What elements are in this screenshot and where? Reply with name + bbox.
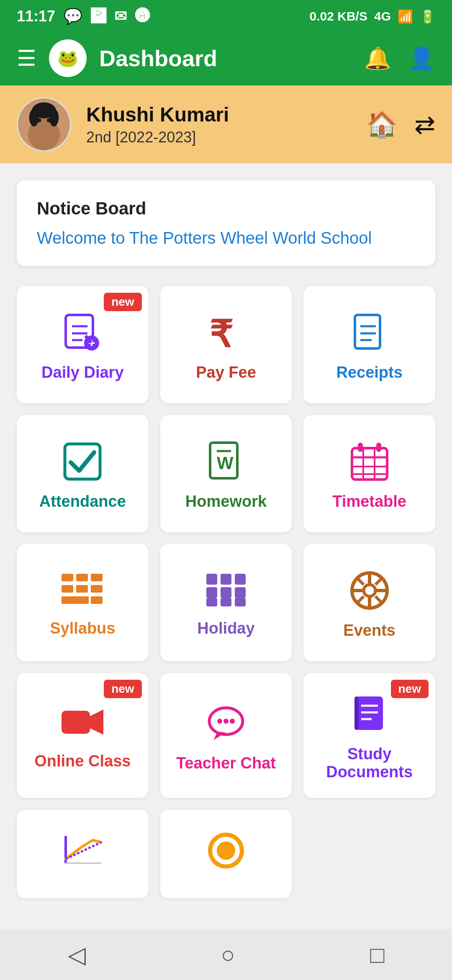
svg-rect-49 (221, 598, 231, 606)
profile-icon[interactable]: 👤 (408, 46, 435, 71)
user-name: Khushi Kumari (86, 103, 351, 126)
user-banner: Khushi Kumari 2nd [2022-2023] 🏠 ⇄ (0, 85, 452, 163)
svg-rect-61 (62, 711, 90, 734)
events-label: Events (343, 622, 396, 640)
notice-board-text[interactable]: Welcome to The Potters Wheel World Schoo… (37, 229, 415, 248)
grid-item-syllabus[interactable]: Syllabus (17, 544, 149, 661)
parking-icon: 🅿 (91, 8, 106, 25)
back-button[interactable]: ◁ (68, 941, 86, 968)
grid-item-pay-fee[interactable]: ₹ Pay Fee (160, 286, 292, 403)
events-icon (349, 570, 390, 611)
menu-button[interactable]: ☰ (17, 47, 36, 69)
app-icon: 🅐 (135, 8, 150, 25)
signal-icon: 📶 (398, 9, 413, 24)
svg-rect-39 (91, 585, 103, 593)
svg-rect-45 (206, 587, 217, 598)
svg-text:₹: ₹ (209, 314, 233, 353)
notification-icon[interactable]: 🔔 (364, 46, 391, 71)
svg-point-67 (230, 719, 235, 724)
svg-line-58 (375, 596, 382, 603)
notice-board-title: Notice Board (37, 199, 415, 219)
grid-item-holiday[interactable]: Holiday (160, 544, 292, 661)
timetable-label: Timetable (332, 493, 406, 511)
svg-point-8 (47, 119, 51, 123)
app-logo: 🐸 (49, 39, 87, 77)
speed-display: 0.02 KB/S (310, 9, 367, 23)
user-class: 2nd [2022-2023] (86, 129, 351, 146)
holiday-label: Holiday (197, 619, 254, 637)
page-title: Dashboard (99, 45, 352, 71)
svg-rect-42 (206, 574, 217, 585)
new-badge-study: new (391, 680, 429, 698)
svg-point-52 (364, 585, 375, 596)
svg-text:W: W (217, 453, 234, 473)
svg-rect-36 (91, 574, 103, 581)
svg-rect-40 (62, 596, 89, 604)
svg-rect-38 (76, 585, 88, 593)
grid-item-receipts[interactable]: Receipts (303, 286, 435, 403)
rupee-icon: ₹ (205, 312, 247, 353)
grid-item-homework[interactable]: W Homework (160, 415, 292, 532)
menu-grid: new Daily Diary ₹ Pay Fee (0, 274, 452, 810)
svg-point-65 (217, 719, 222, 724)
svg-rect-33 (376, 443, 381, 452)
avatar (17, 97, 71, 152)
switch-icon[interactable]: ⇄ (414, 110, 435, 139)
timetable-icon (349, 441, 390, 482)
video-icon (59, 704, 105, 742)
chart-icon (59, 834, 105, 867)
whatsapp-icon: 💬 (64, 8, 82, 25)
svg-rect-43 (221, 574, 231, 585)
svg-rect-47 (235, 587, 246, 598)
new-badge-online: new (104, 680, 141, 698)
svg-rect-18 (355, 315, 380, 348)
grid-item-events[interactable]: Events (303, 544, 435, 661)
receipt-icon (349, 312, 390, 353)
svg-rect-32 (358, 443, 363, 452)
svg-marker-62 (90, 709, 103, 735)
svg-point-66 (223, 719, 229, 724)
svg-rect-69 (354, 696, 359, 730)
grid-item-online-class[interactable]: new Online Class (17, 673, 149, 798)
status-right: 0.02 KB/S 4G 📶 🔋 (310, 9, 435, 24)
grid-item-study-documents[interactable]: new Study Documents (303, 673, 435, 798)
grid-item-daily-diary[interactable]: new Daily Diary (17, 286, 149, 403)
diary-label: Daily Diary (41, 364, 123, 382)
svg-rect-41 (91, 596, 103, 604)
svg-rect-50 (235, 598, 246, 606)
svg-rect-35 (76, 574, 88, 581)
gmail-icon: ✉ (114, 8, 127, 25)
book-icon (349, 693, 390, 735)
user-info: Khushi Kumari 2nd [2022-2023] (86, 103, 351, 146)
status-left: 11:17 💬 🅿 ✉ 🅐 (17, 8, 150, 25)
svg-rect-46 (221, 587, 231, 598)
recent-button[interactable]: □ (370, 941, 385, 968)
grid-item-circular[interactable] (160, 810, 292, 898)
homework-label: Homework (185, 493, 267, 511)
circle-icon (205, 830, 247, 872)
grid-item-empty (303, 810, 435, 898)
bottom-partial-grid (0, 810, 452, 910)
svg-point-7 (37, 119, 41, 123)
svg-rect-34 (62, 574, 73, 581)
grid-item-timetable[interactable]: Timetable (303, 415, 435, 532)
banner-icons: 🏠 ⇄ (366, 110, 435, 139)
pay-fee-label: Pay Fee (196, 364, 256, 382)
home-button[interactable]: ○ (221, 941, 235, 968)
syllabus-label: Syllabus (50, 619, 115, 637)
grid-item-result[interactable] (17, 810, 149, 898)
study-documents-label: Study Documents (312, 745, 427, 781)
time-display: 11:17 (17, 8, 55, 25)
attendance-label: Attendance (39, 493, 126, 511)
new-badge-diary: new (104, 293, 141, 311)
teacher-chat-label: Teacher Chat (176, 754, 276, 772)
grid-item-attendance[interactable]: Attendance (17, 415, 149, 532)
svg-line-59 (375, 578, 382, 585)
svg-line-60 (357, 596, 364, 603)
nav-action-icons: 🔔 👤 (364, 46, 435, 71)
diary-icon (62, 312, 103, 353)
svg-rect-37 (62, 585, 73, 593)
status-bar: 11:17 💬 🅿 ✉ 🅐 0.02 KB/S 4G 📶 🔋 (0, 0, 452, 31)
grid-item-teacher-chat[interactable]: Teacher Chat (160, 673, 292, 798)
home-icon[interactable]: 🏠 (366, 110, 398, 139)
